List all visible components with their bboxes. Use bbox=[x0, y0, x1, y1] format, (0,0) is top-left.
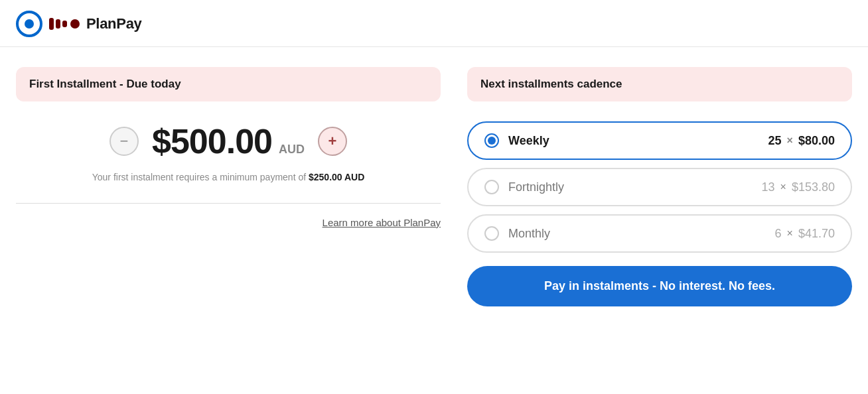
radio-fortnightly bbox=[484, 180, 499, 194]
cadence-label-weekly: Weekly bbox=[508, 134, 768, 148]
first-installment-header: First Installment - Due today bbox=[16, 67, 441, 101]
cadence-details-monthly: 6 × $41.70 bbox=[775, 227, 835, 241]
increase-button[interactable]: + bbox=[318, 127, 347, 156]
cadence-amount-weekly: $80.00 bbox=[798, 134, 835, 148]
radio-weekly-inner bbox=[488, 137, 496, 145]
amount-note-pre: Your first instalment requires a minimum… bbox=[92, 172, 309, 182]
logo-dot bbox=[70, 19, 80, 29]
amount-currency: AUD bbox=[279, 143, 305, 157]
amount-display: $500.00 AUD bbox=[152, 121, 305, 161]
logo-text: PlanPay bbox=[86, 15, 142, 33]
divider bbox=[16, 203, 441, 204]
cadence-amount-monthly: $41.70 bbox=[798, 227, 835, 241]
logo-bar-3 bbox=[62, 21, 67, 27]
cadence-option-weekly[interactable]: Weekly 25 × $80.00 bbox=[467, 121, 852, 160]
logo-brand: PlanPay bbox=[49, 15, 142, 33]
logo-bar-1 bbox=[49, 18, 54, 30]
cadence-count-monthly: 6 bbox=[775, 227, 782, 241]
cadence-x-monthly: × bbox=[787, 228, 793, 239]
cadence-count-weekly: 25 bbox=[768, 134, 782, 148]
cadence-header: Next installments cadence bbox=[467, 67, 852, 101]
logo-circle-inner bbox=[25, 19, 34, 29]
header: PlanPay bbox=[0, 0, 868, 47]
cadence-option-fortnightly[interactable]: Fortnightly 13 × $153.80 bbox=[467, 168, 852, 206]
radio-weekly bbox=[484, 133, 499, 148]
logo-bars bbox=[49, 18, 80, 30]
amount-row: − $500.00 AUD + bbox=[16, 121, 441, 161]
logo-bar-2 bbox=[56, 19, 60, 29]
cadence-options: Weekly 25 × $80.00 Fortnightly 13 × $153… bbox=[467, 121, 852, 253]
left-panel: First Installment - Due today − $500.00 … bbox=[16, 67, 441, 228]
cadence-label-fortnightly: Fortnightly bbox=[508, 180, 762, 194]
logo-icon bbox=[16, 11, 42, 37]
cadence-details-weekly: 25 × $80.00 bbox=[768, 134, 835, 148]
cadence-x-fortnightly: × bbox=[780, 181, 786, 193]
amount-note-strong: $250.00 AUD bbox=[309, 172, 364, 182]
radio-monthly bbox=[484, 226, 499, 241]
decrease-button[interactable]: − bbox=[109, 127, 139, 156]
pay-button[interactable]: Pay in instalments - No interest. No fee… bbox=[467, 266, 852, 306]
amount-value: $500.00 bbox=[152, 121, 272, 161]
cadence-label-monthly: Monthly bbox=[508, 227, 775, 241]
cadence-x-weekly: × bbox=[787, 135, 793, 147]
cadence-amount-fortnightly: $153.80 bbox=[792, 180, 835, 194]
right-panel: Next installments cadence Weekly 25 × $8… bbox=[467, 67, 852, 306]
main-content: First Installment - Due today − $500.00 … bbox=[0, 47, 868, 320]
amount-note: Your first instalment requires a minimum… bbox=[16, 170, 441, 184]
cadence-details-fortnightly: 13 × $153.80 bbox=[762, 180, 835, 194]
cadence-option-monthly[interactable]: Monthly 6 × $41.70 bbox=[467, 214, 852, 253]
cadence-count-fortnightly: 13 bbox=[762, 180, 775, 194]
learn-more-link[interactable]: Learn more about PlanPay bbox=[16, 217, 441, 228]
